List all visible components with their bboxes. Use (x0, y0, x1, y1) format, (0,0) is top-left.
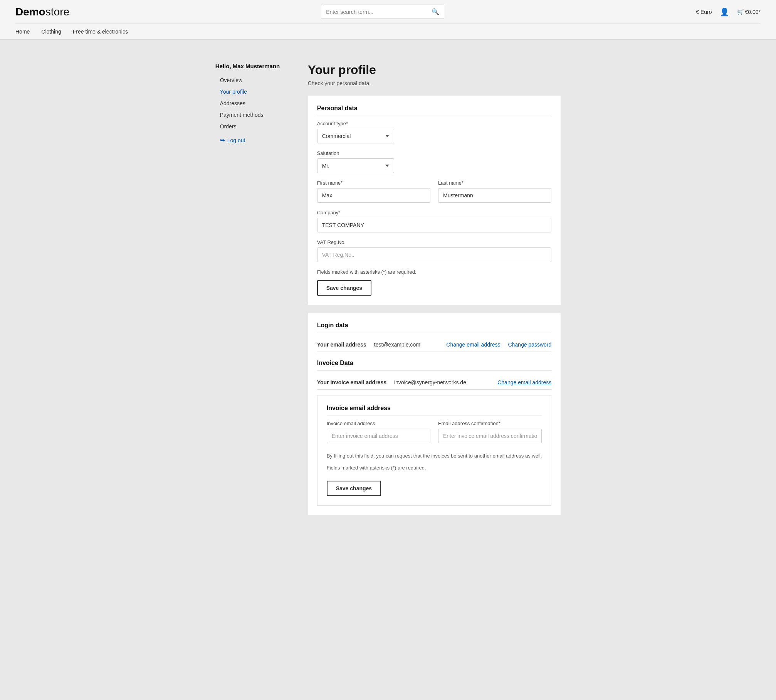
company-label: Company* (317, 210, 552, 215)
cart-price: €0.00* (745, 9, 761, 15)
invoice-save-button[interactable]: Save changes (327, 481, 381, 496)
invoice-email-confirmation-label: Email address confirmation* (438, 421, 542, 426)
invoice-email-form-title: Invoice email address (327, 405, 542, 416)
account-type-select[interactable]: Private Commercial (317, 129, 394, 143)
logout-label: Log out (227, 137, 245, 143)
last-name-input[interactable] (438, 188, 551, 203)
sidebar-item-payment-methods[interactable]: Payment methods (215, 110, 292, 119)
nav-clothing[interactable]: Clothing (41, 29, 61, 35)
first-name-input[interactable] (317, 188, 430, 203)
logo-bold: Demo (15, 6, 45, 18)
header: Demostore 🔍 € Euro 👤 🛒 €0.00* Home Cloth… (0, 0, 776, 40)
main-nav: Home Clothing Free time & electronics (15, 24, 761, 39)
invoice-email-label: Your invoice email address (317, 379, 386, 385)
header-actions: € Euro 👤 🛒 €0.00* (696, 7, 761, 17)
email-row-value: test@example.com (374, 342, 420, 348)
search-icon[interactable]: 🔍 (432, 8, 439, 15)
search-bar: 🔍 (321, 5, 444, 19)
invoice-email-form-section: Invoice email address Invoice email addr… (317, 395, 552, 506)
personal-data-section: Personal data Account type* Private Comm… (308, 96, 561, 305)
vat-label: VAT Reg.No. (317, 239, 552, 245)
sidebar: Hello, Max Mustermann Overview Your prof… (215, 63, 292, 700)
login-data-title: Login data (317, 322, 552, 333)
invoice-email-value: invoice@synergy-networks.de (394, 379, 466, 385)
nav-home[interactable]: Home (15, 29, 30, 35)
salutation-label: Salutation (317, 150, 552, 156)
change-email-link[interactable]: Change email address (446, 342, 500, 348)
logo-regular: store (45, 6, 69, 18)
invoice-email-input[interactable] (327, 429, 430, 443)
change-password-link[interactable]: Change password (508, 342, 551, 348)
sidebar-item-overview[interactable]: Overview (215, 76, 292, 85)
sidebar-greeting: Hello, Max Mustermann (215, 63, 292, 69)
sidebar-item-your-profile[interactable]: Your profile (215, 87, 292, 96)
first-name-label: First name* (317, 180, 430, 186)
personal-data-save-button[interactable]: Save changes (317, 280, 371, 296)
personal-data-required-note: Fields marked with asterisks (*) are req… (317, 269, 552, 275)
invoice-required-note: Fields marked with asterisks (*) are req… (327, 465, 542, 471)
logout-icon: ➥ (220, 136, 225, 144)
sidebar-item-addresses[interactable]: Addresses (215, 99, 292, 108)
cart-icon: 🛒 (737, 9, 744, 15)
vat-input[interactable] (317, 247, 552, 262)
cart-button[interactable]: 🛒 €0.00* (737, 9, 761, 15)
login-data-section: Login data Your email address test@examp… (308, 313, 561, 515)
page-title: Your profile (308, 63, 561, 77)
personal-data-title: Personal data (317, 105, 552, 116)
user-icon[interactable]: 👤 (720, 7, 729, 17)
logo[interactable]: Demostore (15, 6, 69, 18)
invoice-change-email-link[interactable]: Change email address (497, 379, 551, 385)
logout-button[interactable]: ➥ Log out (215, 136, 292, 144)
invoice-data-title: Invoice Data (317, 360, 552, 371)
invoice-email-confirmation-input[interactable] (438, 429, 542, 443)
last-name-label: Last name* (438, 180, 551, 186)
sidebar-item-orders[interactable]: Orders (215, 122, 292, 131)
email-row: Your email address test@example.com Chan… (317, 338, 552, 352)
invoice-email-help-text: By filling out this field, you can reque… (327, 453, 542, 459)
page-subtitle: Check your personal data. (308, 80, 561, 86)
search-input[interactable] (326, 9, 428, 15)
account-type-label: Account type* (317, 121, 552, 126)
invoice-actions: Change email address (497, 379, 551, 385)
login-actions: Change email address Change password (446, 342, 551, 348)
salutation-select[interactable]: Mr. Ms. Diverse (317, 158, 394, 173)
invoice-email-field-label: Invoice email address (327, 421, 430, 426)
currency-selector[interactable]: € Euro (696, 9, 712, 15)
invoice-email-row: Your invoice email address invoice@syner… (317, 375, 552, 390)
profile-content: Your profile Check your personal data. P… (308, 63, 561, 700)
company-input[interactable] (317, 218, 552, 232)
nav-free-time[interactable]: Free time & electronics (73, 29, 128, 35)
email-row-label: Your email address (317, 342, 366, 348)
